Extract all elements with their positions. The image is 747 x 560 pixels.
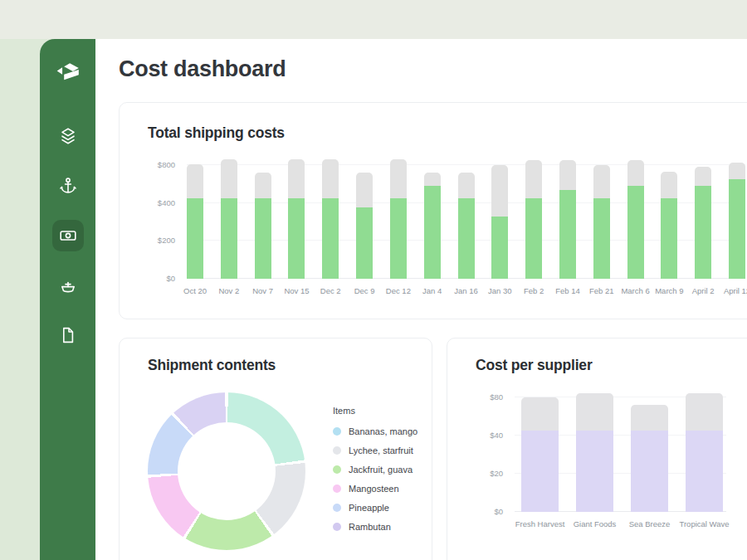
legend-item: Rambutan (333, 522, 417, 532)
bar-cell: March 6 (627, 160, 644, 279)
cost-per-supplier-card: Cost per supplier $0$20$40$80Fresh Harve… (447, 338, 747, 560)
legend-dot-icon (333, 427, 341, 436)
chart-plot-area: Oct 20Nov 2Nov 7Nov 15Dec 2Dec 9Dec 12Ja… (187, 157, 745, 279)
y-tick-label: $20 (490, 469, 503, 478)
bar-segment-remainder (221, 159, 237, 198)
bar-segment-shipped-cost (390, 198, 407, 279)
sidebar-item-documents[interactable] (52, 319, 84, 351)
bar-cell: Sea Breeze (631, 405, 668, 512)
stacked-bar[interactable] (322, 159, 339, 279)
legend-dot-icon (333, 504, 341, 512)
stacked-bar[interactable] (521, 397, 559, 512)
y-tick-label: $0 (166, 274, 175, 283)
sidebar-item-anchor[interactable] (52, 170, 84, 202)
bar-segment-remainder (322, 159, 339, 198)
legend-item: Pineapple (333, 503, 417, 513)
anchor-icon (58, 176, 78, 196)
legend-item: Mangosteen (333, 484, 417, 494)
bar-segment-cost (576, 431, 613, 512)
y-tick-label: $80 (490, 392, 503, 402)
legend-dot-icon (333, 523, 341, 531)
boat-icon (58, 275, 78, 295)
stacked-bar[interactable] (424, 173, 441, 279)
bar-cell: April 12 (729, 163, 745, 280)
stacked-bar[interactable] (288, 159, 305, 279)
stacked-bar[interactable] (390, 159, 407, 279)
stacked-bar[interactable] (593, 165, 610, 279)
sidebar-item-costs[interactable] (52, 220, 84, 251)
chart-plot-area: Fresh HarvestGiant FoodsSea BreezeTropic… (515, 389, 726, 512)
bar-segment-shipped-cost (255, 198, 271, 279)
x-tick-label: Dec 12 (386, 286, 411, 295)
stacked-bar[interactable] (255, 173, 271, 279)
bar-cell: Nov 15 (288, 159, 305, 279)
x-tick-label: Dec 9 (354, 286, 375, 295)
x-tick-label: Feb 2 (524, 286, 544, 295)
card-title-contents: Shipment contents (148, 357, 403, 374)
bar-segment-shipped-cost (525, 198, 542, 279)
stacked-bar[interactable] (491, 165, 508, 279)
bars-row: Oct 20Nov 2Nov 7Nov 15Dec 2Dec 9Dec 12Ja… (187, 159, 745, 279)
x-tick-label: Jan 16 (454, 286, 478, 295)
bar-segment-shipped-cost (458, 198, 475, 279)
stacked-bar[interactable] (559, 160, 576, 279)
x-tick-label: Jan 30 (488, 286, 512, 295)
shipment-contents-card: Shipment contents ItemsBananas, mangoLyc… (119, 338, 432, 560)
stacked-bar[interactable] (576, 393, 613, 512)
stacked-bar[interactable] (525, 160, 542, 279)
layers-icon (58, 126, 78, 146)
bar-segment-remainder (491, 165, 508, 217)
app-logo-box-icon (54, 59, 82, 84)
bar-segment-remainder (627, 160, 644, 186)
bar-segment-remainder (661, 172, 677, 198)
stacked-bar[interactable] (627, 160, 644, 279)
bar-segment-cost (686, 431, 723, 512)
legend-title: Items (333, 406, 417, 416)
bar-segment-remainder (424, 173, 441, 186)
stacked-bar[interactable] (458, 173, 475, 279)
bar-segment-remainder (576, 393, 613, 431)
bar-cell: Jan 30 (491, 165, 508, 279)
y-tick-label: $800 (158, 160, 175, 169)
bar-cell: Jan 16 (458, 173, 475, 279)
bar-cell: Dec 2 (322, 159, 339, 279)
stacked-bar[interactable] (631, 405, 668, 512)
bar-segment-shipped-cost (491, 217, 508, 279)
bar-segment-remainder (559, 160, 576, 189)
stacked-bar[interactable] (221, 159, 237, 279)
sidebar-item-shipments[interactable] (52, 270, 84, 301)
stacked-bar[interactable] (686, 393, 723, 512)
bar-segment-shipped-cost (322, 198, 339, 279)
total-shipping-costs-card: Total shipping costs $0$200$400$800Oct 2… (119, 102, 747, 319)
stacked-bar[interactable] (187, 164, 203, 279)
x-tick-label: Feb 14 (555, 286, 580, 295)
stacked-bar[interactable] (695, 167, 711, 279)
bar-cell: Giant Foods (576, 393, 613, 512)
shipment-contents-donut[interactable] (148, 392, 305, 550)
bar-segment-shipped-cost (221, 198, 237, 279)
bar-segment-remainder (356, 173, 373, 207)
card-title-supplier: Cost per supplier (476, 357, 726, 374)
x-tick-label: Oct 20 (183, 286, 207, 295)
y-tick-label: $200 (158, 236, 175, 245)
shipment-contents-legend: ItemsBananas, mangoLychee, starfruitJack… (333, 406, 417, 550)
stacked-bar[interactable] (661, 172, 677, 279)
stacked-bar[interactable] (356, 173, 373, 279)
x-tick-label: Feb 21 (589, 286, 614, 295)
bar-cell: April 2 (695, 167, 711, 279)
supplier-costs-chart: $0$20$40$80Fresh HarvestGiant FoodsSea B… (476, 389, 726, 512)
legend-item-label: Jackfruit, guava (349, 465, 413, 475)
legend-item-label: Bananas, mango (349, 426, 417, 436)
x-tick-label: April 2 (692, 286, 715, 295)
sidebar-item-layers[interactable] (52, 120, 84, 152)
bar-cell: Nov 7 (255, 173, 271, 279)
bar-cell: March 9 (661, 172, 677, 279)
bar-segment-shipped-cost (288, 198, 305, 279)
shipping-costs-chart: $0$200$400$800Oct 20Nov 2Nov 7Nov 15Dec … (148, 157, 745, 279)
x-tick-label: April 12 (724, 286, 747, 295)
y-tick-label: $40 (490, 431, 503, 440)
bar-cell: Feb 14 (559, 160, 576, 279)
stacked-bar[interactable] (729, 163, 745, 280)
bar-segment-shipped-cost (559, 190, 576, 279)
bar-segment-shipped-cost (424, 186, 441, 279)
